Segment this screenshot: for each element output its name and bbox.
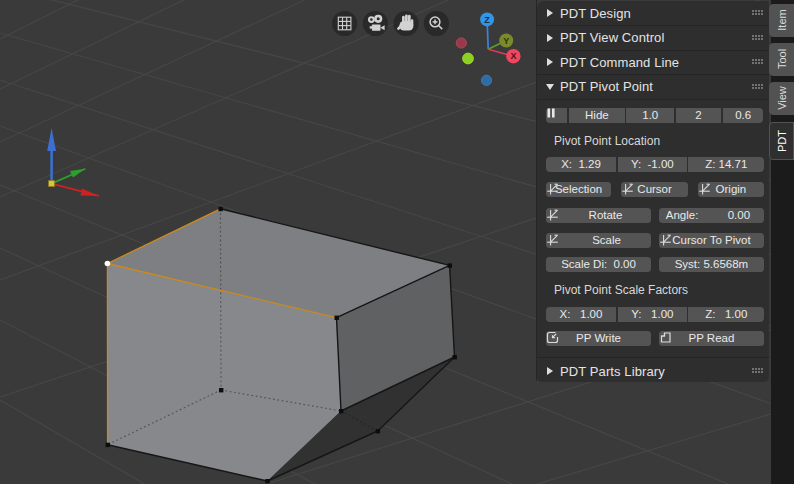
svg-text:X: X — [510, 51, 516, 61]
svg-text:Y: Y — [503, 36, 509, 46]
svg-text:Z: Z — [484, 15, 490, 25]
